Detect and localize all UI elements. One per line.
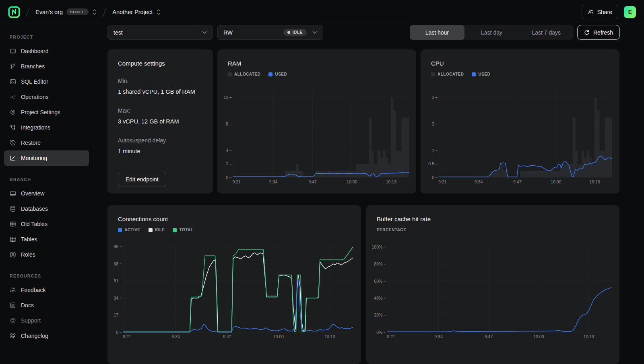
svg-text:20%: 20% <box>374 313 382 317</box>
sidebar-section-branch: BRANCHOverviewDatabasesOld TablesTablesR… <box>0 166 93 262</box>
sidebar-item-operations[interactable]: Operations <box>4 89 89 105</box>
svg-text:60%: 60% <box>374 279 382 284</box>
sidebar-item-tables[interactable]: Tables <box>4 232 89 247</box>
svg-text:0: 0 <box>226 175 228 180</box>
tab-last-7-days[interactable]: Last 7 days <box>519 25 574 40</box>
section-label: PROJECT <box>10 35 93 39</box>
legend-item-active: ACTIVE <box>118 228 140 232</box>
sidebar-item-docs[interactable]: Docs <box>4 298 89 313</box>
svg-text:34: 34 <box>114 296 119 300</box>
tab-last-hour[interactable]: Last hour <box>410 25 464 40</box>
svg-text:40%: 40% <box>374 296 382 300</box>
ram-chart-plot: 1284209:219:349:4710:0010:13 <box>221 88 411 186</box>
breadcrumb-separator <box>25 7 31 17</box>
svg-text:100%: 100% <box>372 245 383 249</box>
ram-chart-card: RAM ALLOCATEDUSED 1284209:219:349:4710:0… <box>217 49 416 193</box>
neon-logo-icon[interactable] <box>8 6 20 18</box>
operations-icon <box>10 94 16 100</box>
svg-text:1: 1 <box>432 148 434 153</box>
project-name: Another Project <box>112 9 153 15</box>
svg-text:10:00: 10:00 <box>533 334 544 339</box>
legend-label: USED <box>275 72 287 76</box>
svg-text:68: 68 <box>114 261 119 266</box>
sidebar-item-overview[interactable]: Overview <box>4 186 89 201</box>
svg-text:9:21: 9:21 <box>232 179 241 184</box>
project-switcher[interactable]: Another Project <box>112 8 161 16</box>
refresh-button[interactable]: Refresh <box>577 25 620 40</box>
sidebar-item-label: Docs <box>21 302 34 308</box>
legend-label: ACTIVE <box>124 228 140 232</box>
sidebar-item-label: Old Tables <box>21 221 47 227</box>
svg-text:9:21: 9:21 <box>123 334 131 339</box>
sidebar-item-label: Integrations <box>21 124 50 131</box>
main-content: test RW IDLE Last hourLast dayLast 7 day… <box>93 24 644 364</box>
svg-text:9:34: 9:34 <box>171 334 180 339</box>
card-title: Compute settings <box>118 60 165 67</box>
dashboard-icon <box>10 48 16 54</box>
sidebar-item-dashboard[interactable]: Dashboard <box>4 43 89 59</box>
svg-text:10:00: 10:00 <box>273 334 284 339</box>
sidebar-item-restore[interactable]: Restore <box>4 135 89 150</box>
sidebar-item-databases[interactable]: Databases <box>4 201 89 216</box>
time-range-tabs: Last hourLast dayLast 7 days <box>410 25 574 40</box>
user-avatar[interactable]: E <box>624 6 636 18</box>
overview-icon <box>10 190 16 197</box>
svg-text:9:21: 9:21 <box>387 334 395 339</box>
sidebar-item-label: Feedback <box>21 287 45 293</box>
sidebar-item-old-tables[interactable]: Old Tables <box>4 216 89 232</box>
sidebar-item-branches[interactable]: Branches <box>4 59 89 74</box>
edit-endpoint-button[interactable]: Edit endpoint <box>118 172 166 187</box>
compute-select[interactable]: RW IDLE <box>217 25 323 40</box>
restore-icon <box>10 140 16 146</box>
svg-text:2: 2 <box>226 161 228 166</box>
sidebar-item-roles[interactable]: Roles <box>4 247 89 262</box>
monitoring-icon <box>10 155 16 161</box>
cpu-chart-card: CPU ALLOCATEDUSED 3210.509:219:349:4710:… <box>421 49 619 193</box>
status-dot-icon <box>287 31 290 34</box>
org-switcher[interactable]: Evan's org SCALE <box>35 8 97 16</box>
branch-select[interactable]: test <box>107 25 213 40</box>
legend-swatch-icon <box>118 228 122 232</box>
svg-text:2: 2 <box>432 121 434 126</box>
min-value: 1 shared vCPU, 1 GB of RAM <box>118 88 195 95</box>
legend-item-used: USED <box>472 72 490 76</box>
roles-icon <box>10 251 16 258</box>
top-bar: Evan's org SCALE Another Project Share <box>0 0 644 24</box>
svg-text:0: 0 <box>116 330 118 335</box>
legend-label: TOTAL <box>179 228 193 232</box>
sidebar-item-monitoring[interactable]: Monitoring <box>4 150 89 166</box>
legend-item-percentage: PERCENTAGE <box>377 228 407 232</box>
tab-last-day[interactable]: Last day <box>464 25 519 40</box>
sidebar-item-label: SQL Editor <box>21 78 48 85</box>
legend-label: IDLE <box>155 228 165 232</box>
cpu-chart-legend: ALLOCATEDUSED <box>431 72 490 76</box>
legend-label: PERCENTAGE <box>377 228 407 232</box>
up-down-chevron-icon <box>92 8 97 16</box>
svg-text:10:00: 10:00 <box>347 179 357 184</box>
sidebar-item-project-settings[interactable]: Project Settings <box>4 105 89 120</box>
changelog-icon <box>10 333 16 339</box>
share-button[interactable]: Share <box>582 5 618 19</box>
sidebar-item-label: Restore <box>21 140 41 146</box>
feedback-icon <box>10 287 16 293</box>
sidebar-item-integrations[interactable]: Integrations <box>4 120 89 135</box>
legend-swatch-icon <box>149 228 153 232</box>
svg-text:0: 0 <box>432 175 434 180</box>
legend-label: USED <box>478 72 490 76</box>
sidebar-item-label: Support <box>21 317 41 324</box>
svg-text:12: 12 <box>224 95 229 100</box>
sidebar-item-sql-editor[interactable]: SQL Editor <box>4 74 89 89</box>
avatar-initial: E <box>628 9 632 15</box>
svg-text:4: 4 <box>226 148 228 153</box>
compute-select-value: RW <box>223 29 233 36</box>
svg-text:9:34: 9:34 <box>475 179 483 184</box>
compute-settings-card: Compute settings Min: 1 shared vCPU, 1 G… <box>107 49 213 193</box>
sidebar-item-support[interactable]: Support <box>4 313 89 328</box>
docs-icon <box>10 302 16 308</box>
up-down-chevron-icon <box>156 8 161 16</box>
integrations-icon <box>10 124 16 131</box>
sidebar-item-feedback[interactable]: Feedback <box>4 282 89 298</box>
sidebar-item-changelog[interactable]: Changelog <box>4 328 89 343</box>
refresh-label: Refresh <box>593 29 613 36</box>
connections-chart-plot: 856851341709:219:349:4710:0010:13 <box>111 241 355 341</box>
